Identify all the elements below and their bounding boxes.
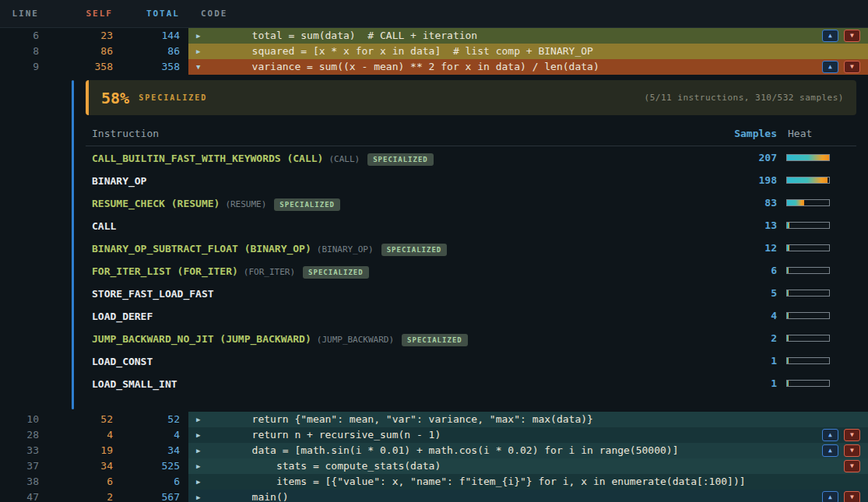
expand-toggle-icon[interactable]: ▶	[188, 474, 203, 490]
source-code-text: squared = [x * x for x in data] # list c…	[203, 45, 593, 57]
line-number: 9	[0, 59, 47, 75]
instruction-cell: CALL_BUILTIN_FAST_WITH_KEYWORDS (CALL)(C…	[86, 150, 715, 165]
self-sample-count: 23	[47, 28, 113, 44]
instruction-cell: LOAD_SMALL_INT	[86, 376, 715, 391]
code-line-cell[interactable]: ▶ items = [{"value": x, "name": f"item_{…	[188, 474, 868, 490]
instruction-name: CALL	[92, 220, 116, 232]
sample-count: 83	[715, 197, 777, 209]
total-sample-count: 34	[113, 443, 181, 458]
line-number: 47	[0, 490, 47, 502]
instruction-row: BINARY_OP 198	[86, 169, 856, 191]
instruction-cell: STORE_FAST_LOAD_FAST	[86, 286, 715, 300]
self-sample-count: 2	[47, 490, 113, 502]
sample-count: 12	[715, 242, 777, 254]
heat-cell	[786, 290, 856, 297]
instruction-cell: LOAD_DEREF	[86, 308, 715, 323]
total-sample-count: 6	[113, 474, 181, 490]
code-row: 33 19 34 ▶ data = [math.sin(i * 0.01) + …	[0, 443, 868, 458]
jump-down-button[interactable]: ▼	[844, 30, 860, 42]
instruction-table: Instruction Samples Heat CALL_BUILTIN_FA…	[86, 121, 856, 395]
line-number: 10	[0, 412, 47, 427]
collapse-toggle-icon[interactable]: ▼	[188, 59, 203, 75]
code-line-cell[interactable]: ▶ main()▲▼	[188, 490, 868, 502]
line-number: 6	[0, 28, 47, 44]
line-number: 33	[0, 443, 47, 458]
instruction-name: CALL_BUILTIN_FAST_WITH_KEYWORDS (CALL)	[92, 153, 323, 164]
code-row: 28 4 4 ▶ return n + recursive_sum(n - 1)…	[0, 427, 868, 443]
heat-bar	[786, 335, 830, 342]
line-number: 37	[0, 458, 47, 474]
instruction-name: BINARY_OP	[92, 175, 146, 187]
heat-bar-fill	[787, 223, 789, 228]
base-opcode: (RESUME)	[225, 199, 266, 209]
expand-toggle-icon[interactable]: ▶	[188, 28, 203, 44]
jump-down-button[interactable]: ▼	[844, 460, 860, 472]
code-row-expanded: 9 358 358 ▼ variance = sum((x - mean) **…	[0, 59, 868, 75]
sample-count: 1	[715, 355, 777, 367]
heat-bar	[786, 199, 830, 206]
jump-up-button[interactable]: ▲	[822, 429, 838, 441]
instruction-cell: RESUME_CHECK (RESUME)(RESUME)SPECIALIZED	[86, 195, 715, 210]
code-line-cell[interactable]: ▶ total = sum(data) # CALL + iteration▲▼	[188, 28, 868, 44]
code-line-cell[interactable]: ▶ data = [math.sin(i * 0.01) + math.cos(…	[188, 443, 868, 458]
jump-down-button[interactable]: ▼	[844, 491, 860, 502]
specialized-badge: SPECIALIZED	[274, 198, 340, 211]
column-header-row: LINE SELF TOTAL CODE	[0, 0, 868, 28]
jump-up-button[interactable]: ▲	[822, 491, 838, 502]
jump-up-button[interactable]: ▲	[822, 61, 838, 73]
expand-toggle-icon[interactable]: ▶	[188, 44, 203, 59]
code-row: 38 6 6 ▶ items = [{"value": x, "name": f…	[0, 474, 868, 490]
code-row: 6 23 144 ▶ total = sum(data) # CALL + it…	[0, 28, 868, 44]
jump-up-button[interactable]: ▲	[822, 30, 838, 42]
instruction-row: CALL_BUILTIN_FAST_WITH_KEYWORDS (CALL)(C…	[86, 146, 856, 169]
row-nav-buttons: ▲▼	[822, 444, 860, 457]
jump-down-button[interactable]: ▼	[844, 61, 860, 73]
self-sample-count: 34	[47, 458, 113, 474]
heat-cell	[786, 199, 856, 206]
heat-bar	[786, 244, 830, 251]
specialization-panel: 58% SPECIALIZED (5/11 instructions, 310/…	[86, 80, 856, 395]
code-line-cell[interactable]: ▶ stats = compute_stats(data)▲▼	[188, 458, 868, 474]
expand-toggle-icon[interactable]: ▶	[188, 458, 203, 474]
total-sample-count: 144	[113, 28, 181, 44]
base-opcode: (JUMP_BACKWARD)	[317, 335, 394, 345]
instruction-name: LOAD_DEREF	[92, 311, 153, 322]
code-line-cell[interactable]: ▼ variance = sum((x - mean) ** 2 for x i…	[188, 59, 868, 75]
line-number: 38	[0, 474, 47, 490]
specialized-badge: SPECIALIZED	[367, 153, 434, 166]
sample-count: 207	[715, 152, 777, 163]
expand-toggle-icon[interactable]: ▶	[188, 490, 203, 502]
instruction-name: STORE_FAST_LOAD_FAST	[92, 288, 214, 300]
source-code-text: main()	[203, 491, 289, 502]
instruction-row: JUMP_BACKWARD_NO_JIT (JUMP_BACKWARD)(JUM…	[86, 327, 856, 349]
code-line-cell[interactable]: ▶ return {"mean": mean, "var": variance,…	[188, 412, 868, 427]
code-line-cell[interactable]: ▶ squared = [x * x for x in data] # list…	[188, 44, 868, 59]
expand-toggle-icon[interactable]: ▶	[188, 412, 203, 427]
total-sample-count: 4	[113, 427, 181, 443]
heat-bar	[786, 222, 830, 229]
jump-down-button[interactable]: ▼	[844, 429, 860, 441]
instruction-row: LOAD_SMALL_INT 1	[86, 372, 856, 395]
jump-up-button[interactable]: ▲	[822, 444, 838, 457]
base-opcode: (FOR_ITER)	[244, 267, 295, 277]
instruction-name: JUMP_BACKWARD_NO_JIT (JUMP_BACKWARD)	[92, 333, 311, 345]
code-row: 10 52 52 ▶ return {"mean": mean, "var": …	[0, 412, 868, 427]
specialization-summary-bar: 58% SPECIALIZED (5/11 instructions, 310/…	[86, 80, 856, 115]
heat-cell	[786, 267, 856, 274]
column-header-code: CODE	[188, 9, 868, 19]
instruction-cell: JUMP_BACKWARD_NO_JIT (JUMP_BACKWARD)(JUM…	[86, 331, 715, 346]
code-line-cell[interactable]: ▶ return n + recursive_sum(n - 1)▲▼	[188, 427, 868, 443]
instruction-row: FOR_ITER_LIST (FOR_ITER)(FOR_ITER)SPECIA…	[86, 259, 856, 282]
base-opcode: (CALL)	[329, 154, 360, 164]
indent-guide-line	[72, 80, 74, 409]
heat-bar-fill	[787, 177, 828, 183]
heat-bar-fill	[787, 290, 789, 296]
sample-count: 4	[715, 310, 777, 321]
instruction-name: BINARY_OP_SUBTRACT_FLOAT (BINARY_OP)	[92, 243, 311, 255]
jump-down-button[interactable]: ▼	[844, 444, 860, 457]
instruction-row: RESUME_CHECK (RESUME)(RESUME)SPECIALIZED…	[86, 191, 856, 214]
expand-toggle-icon[interactable]: ▶	[188, 427, 203, 443]
self-sample-count: 52	[47, 412, 113, 427]
heat-cell	[786, 335, 856, 342]
expand-toggle-icon[interactable]: ▶	[188, 443, 203, 458]
